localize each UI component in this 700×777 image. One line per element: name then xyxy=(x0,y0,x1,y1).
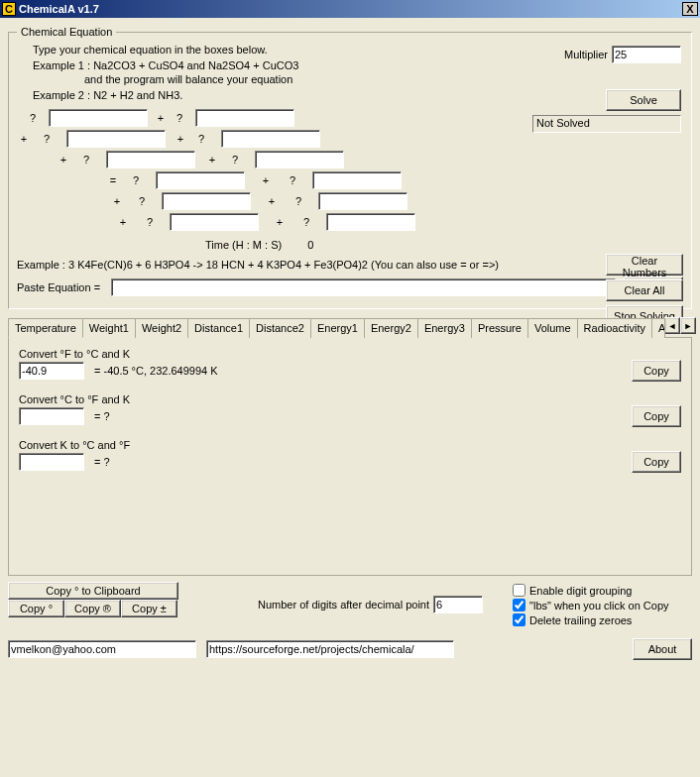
plus-6: + xyxy=(259,174,273,186)
coeff-1: ? xyxy=(27,112,39,124)
lbs-on-copy-checkbox[interactable] xyxy=(513,599,525,611)
coeff-8: ? xyxy=(287,174,298,186)
tab-pressure[interactable]: Pressure xyxy=(471,318,528,338)
tab-energy1[interactable]: Energy1 xyxy=(310,318,365,338)
multiplier-input[interactable] xyxy=(612,46,681,63)
close-button[interactable]: X xyxy=(682,2,698,16)
coeff-11: ? xyxy=(144,216,156,228)
reagent-input-1[interactable] xyxy=(49,109,148,127)
tab-weight2[interactable]: Weight2 xyxy=(135,318,188,338)
convert-f-label: Convert °F to °C and K xyxy=(19,348,681,360)
product-input-6[interactable] xyxy=(326,213,415,231)
tab-distance1[interactable]: Distance1 xyxy=(187,318,250,338)
solve-button[interactable]: Solve xyxy=(606,89,681,111)
coeff-10: ? xyxy=(292,195,304,207)
tab-scroll-left-button[interactable]: ◄ xyxy=(664,317,680,334)
tab-energy3[interactable]: Energy3 xyxy=(417,318,472,338)
group-legend: Chemical Equation xyxy=(17,26,116,38)
convert-k-input[interactable] xyxy=(19,453,84,471)
reagent-input-6[interactable] xyxy=(255,151,344,168)
convert-f-input[interactable] xyxy=(19,362,84,380)
coeff-6: ? xyxy=(229,154,241,166)
copy-c-button[interactable]: Copy xyxy=(632,405,681,427)
copy-symbol-cluster: Copy ° to Clipboard Copy ° Copy ® Copy ± xyxy=(8,582,178,617)
product-input-3[interactable] xyxy=(162,192,251,210)
reagent-input-5[interactable] xyxy=(106,151,195,168)
delete-trailing-zeroes-label: Delete trailing zeroes xyxy=(529,614,632,626)
copy-degree-clipboard-button[interactable]: Copy ° to Clipboard xyxy=(8,582,178,600)
product-input-4[interactable] xyxy=(318,192,408,210)
copy-registered-button[interactable]: Copy ® xyxy=(64,600,121,617)
multiplier-label: Multiplier xyxy=(564,49,608,60)
equals-sign: = xyxy=(106,174,120,186)
coeff-3: ? xyxy=(41,133,53,145)
email-input[interactable] xyxy=(8,640,196,658)
time-value: 0 xyxy=(307,239,313,251)
plus-3: + xyxy=(174,133,187,145)
digits-input[interactable] xyxy=(433,596,483,613)
plus-10: + xyxy=(273,216,287,228)
reagent-input-4[interactable] xyxy=(221,130,320,148)
delete-trailing-zeroes-checkbox[interactable] xyxy=(513,613,525,626)
coeff-7: ? xyxy=(130,174,142,186)
tab-volume[interactable]: Volume xyxy=(527,318,578,338)
tab-panel-temperature: Convert °F to °C and K = -40.5 °C, 232.6… xyxy=(8,338,692,576)
enable-digit-grouping-label: Enable digit grouping xyxy=(529,585,632,597)
reagent-input-2[interactable] xyxy=(195,109,294,127)
plus-8: + xyxy=(265,195,279,207)
convert-c-input[interactable] xyxy=(19,407,84,425)
coeff-2: ? xyxy=(174,112,185,124)
tab-weight1[interactable]: Weight1 xyxy=(82,318,136,338)
tab-area[interactable]: Area xyxy=(651,318,665,338)
convert-k-result: = ? xyxy=(94,456,110,468)
product-input-5[interactable] xyxy=(170,213,259,231)
product-input-2[interactable] xyxy=(312,171,402,189)
clear-all-button[interactable]: Clear All xyxy=(606,279,683,301)
title-bar: C ChemicalA v1.7 X xyxy=(0,0,700,18)
tab-bar: Temperature Weight1 Weight2 Distance1 Di… xyxy=(8,317,692,338)
window-title: ChemicalA v1.7 xyxy=(19,3,99,15)
plus-5: + xyxy=(205,154,219,166)
plus-7: + xyxy=(110,195,124,207)
tab-radioactivity[interactable]: Radioactivity xyxy=(577,318,652,338)
convert-c-result: = ? xyxy=(94,410,110,422)
convert-k-label: Convert K to °C and °F xyxy=(19,439,681,451)
clear-numbers-button[interactable]: Clear Numbers xyxy=(606,254,683,276)
tab-scroll-right-button[interactable]: ► xyxy=(680,317,696,334)
paste-equation-input[interactable] xyxy=(111,278,616,296)
coeff-4: ? xyxy=(195,133,207,145)
copy-degree-button[interactable]: Copy ° xyxy=(8,600,64,617)
url-input[interactable] xyxy=(206,640,454,658)
example-3: Example : 3 K4Fe(CN)6 + 6 H3PO4 -> 18 HC… xyxy=(17,259,683,271)
app-icon: C xyxy=(2,2,16,16)
chemical-equation-group: Chemical Equation Multiplier Type your c… xyxy=(8,26,692,309)
instruction-3: and the program will balance your equati… xyxy=(17,73,683,85)
coeff-9: ? xyxy=(136,195,148,207)
about-button[interactable]: About xyxy=(633,638,692,660)
plus-1: + xyxy=(154,112,168,124)
plus-2: + xyxy=(17,133,31,145)
plus-9: + xyxy=(116,216,130,228)
digits-label: Number of digits after decimal point xyxy=(258,599,429,610)
enable-digit-grouping-checkbox[interactable] xyxy=(513,584,525,597)
plus-4: + xyxy=(57,154,70,166)
copy-f-button[interactable]: Copy xyxy=(632,360,681,382)
reagent-input-3[interactable] xyxy=(66,130,166,148)
tab-temperature[interactable]: Temperature xyxy=(8,318,83,338)
lbs-on-copy-label: "lbs" when you click on Copy xyxy=(529,600,669,611)
product-input-1[interactable] xyxy=(156,171,245,189)
convert-c-label: Convert °C to °F and K xyxy=(19,393,681,405)
status-box: Not Solved xyxy=(532,115,681,133)
copy-plusminus-button[interactable]: Copy ± xyxy=(121,600,177,617)
tab-energy2[interactable]: Energy2 xyxy=(364,318,418,338)
convert-f-result: = -40.5 °C, 232.649994 K xyxy=(94,365,218,377)
copy-k-button[interactable]: Copy xyxy=(632,451,681,473)
time-label: Time (H : M : S) xyxy=(205,239,282,251)
coeff-5: ? xyxy=(80,154,92,166)
coeff-12: ? xyxy=(300,216,312,228)
paste-equation-label: Paste Equation = xyxy=(17,281,111,293)
tab-distance2[interactable]: Distance2 xyxy=(249,318,311,338)
